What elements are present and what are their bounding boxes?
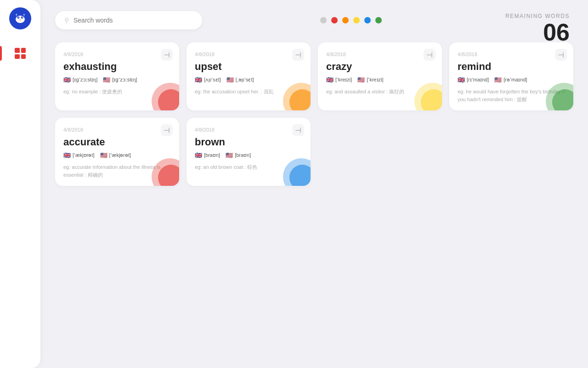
phonetic-uk: 🇬🇧 [ʌpˈsɛt] — [195, 76, 221, 83]
card-action-button[interactable]: ⊣ — [292, 124, 304, 136]
search-icon: ⚲ — [64, 17, 69, 24]
card-date: 4/8/2018 — [458, 52, 565, 57]
phonetic-us: 🇺🇸 [ˌəpˈsɛt] — [226, 76, 254, 83]
phonetic-uk: 🇬🇧 [ɪɡˈzɔːstɪŋ] — [63, 76, 97, 83]
uk-flag-icon: 🇬🇧 — [458, 76, 465, 83]
uk-flag-icon: 🇬🇧 — [195, 152, 202, 159]
grid-icon — [15, 48, 26, 59]
card-word: accurate — [63, 136, 171, 148]
app-logo[interactable] — [9, 7, 31, 29]
uk-flag-icon: 🇬🇧 — [63, 76, 71, 83]
uk-phonetic-text: [ˈækjʊrət] — [73, 152, 95, 158]
us-flag-icon: 🇺🇸 — [226, 152, 233, 159]
svg-point-4 — [18, 17, 19, 18]
card-phonetics: 🇬🇧 [ɪɡˈzɔːstɪŋ] 🇺🇸 [ɪɡˈzɔːstɪŋ] — [63, 76, 171, 83]
filter-dot-orange[interactable] — [342, 17, 349, 23]
phonetic-us: 🇺🇸 [rəˈmaɪnd] — [494, 76, 527, 83]
us-flag-icon: 🇺🇸 — [226, 76, 234, 83]
main-content: REMAINING WORDS 06 ⚲ 4/8/2018 exhausting… — [40, 0, 588, 368]
card-phonetics: 🇬🇧 [ʌpˈsɛt] 🇺🇸 [ˌəpˈsɛt] — [195, 76, 302, 83]
phonetic-us: 🇺🇸 [braʊn] — [226, 152, 251, 159]
uk-phonetic-text: [braʊn] — [204, 152, 220, 158]
card-phonetics: 🇬🇧 [ˈækjʊrət] 🇺🇸 [ˈækjərət] — [63, 152, 171, 159]
us-flag-icon: 🇺🇸 — [103, 76, 110, 83]
filter-dot-green[interactable] — [375, 17, 382, 23]
sidebar — [0, 0, 40, 368]
us-phonetic-text: [ˈækjərət] — [109, 152, 131, 158]
remaining-label: REMAINING WORDS — [505, 13, 570, 19]
card-date: 4/8/2018 — [326, 52, 434, 57]
card-date: 4/8/2018 — [63, 52, 171, 57]
us-flag-icon: 🇺🇸 — [100, 152, 107, 159]
card-date: 4/8/2018 — [63, 127, 171, 132]
card-word: brown — [195, 136, 302, 148]
word-card-remind: 4/8/2018 remind 🇬🇧 [rɪˈmaɪnd] 🇺🇸 [rəˈmaɪ… — [449, 42, 573, 110]
us-flag-icon: 🇺🇸 — [357, 76, 365, 83]
svg-point-6 — [19, 19, 21, 20]
uk-phonetic-text: [ˈkreɪzi] — [335, 77, 352, 83]
header: ⚲ — [55, 11, 573, 29]
card-phonetics: 🇬🇧 [braʊn] 🇺🇸 [braʊn] — [195, 152, 302, 159]
filter-dot-red[interactable] — [331, 17, 338, 23]
card-date: 4/8/2018 — [195, 127, 302, 132]
card-word: crazy — [326, 61, 434, 73]
us-phonetic-text: [ˈkreɪzi] — [367, 77, 383, 83]
remaining-count: 06 — [505, 19, 570, 46]
cards-grid: 4/8/2018 exhausting 🇬🇧 [ɪɡˈzɔːstɪŋ] 🇺🇸 [… — [55, 42, 573, 186]
card-phonetics: 🇬🇧 [ˈkreɪzi] 🇺🇸 [ˈkreɪzi] — [326, 76, 434, 83]
filter-dot-all[interactable] — [320, 17, 327, 23]
card-date: 4/8/2018 — [195, 52, 302, 57]
card-word: exhausting — [63, 61, 171, 73]
word-card-accurate: 4/8/2018 accurate 🇬🇧 [ˈækjʊrət] 🇺🇸 [ˈækj… — [55, 118, 179, 186]
us-phonetic-text: [rəˈmaɪnd] — [503, 77, 527, 83]
word-card-exhausting: 4/8/2018 exhausting 🇬🇧 [ɪɡˈzɔːstɪŋ] 🇺🇸 [… — [55, 42, 179, 110]
search-bar-container: ⚲ — [55, 11, 202, 29]
phonetic-us: 🇺🇸 [ˈkreɪzi] — [357, 76, 383, 83]
uk-phonetic-text: [ʌpˈsɛt] — [204, 77, 221, 83]
card-action-button[interactable]: ⊣ — [292, 49, 304, 61]
uk-phonetic-text: [rɪˈmaɪnd] — [467, 77, 489, 83]
card-action-button[interactable]: ⊣ — [555, 49, 567, 61]
us-phonetic-text: [braʊn] — [235, 152, 251, 158]
svg-point-5 — [22, 17, 23, 18]
sidebar-item-grid[interactable] — [0, 42, 40, 64]
filter-dot-yellow[interactable] — [353, 17, 360, 23]
card-action-button[interactable]: ⊣ — [161, 49, 173, 61]
us-flag-icon: 🇺🇸 — [494, 76, 502, 83]
filter-dots — [320, 17, 382, 23]
uk-flag-icon: 🇬🇧 — [326, 76, 334, 83]
card-action-button[interactable]: ⊣ — [424, 49, 435, 61]
card-phonetics: 🇬🇧 [rɪˈmaɪnd] 🇺🇸 [rəˈmaɪnd] — [458, 76, 565, 83]
phonetic-uk: 🇬🇧 [braʊn] — [195, 152, 220, 159]
us-phonetic-text: [ɪɡˈzɔːstɪŋ] — [112, 77, 137, 83]
us-phonetic-text: [ˌəpˈsɛt] — [236, 77, 254, 83]
word-card-brown: 4/8/2018 brown 🇬🇧 [braʊn] 🇺🇸 [braʊn] eg:… — [187, 118, 311, 186]
search-input[interactable] — [74, 17, 193, 24]
phonetic-us: 🇺🇸 [ˈækjərət] — [100, 152, 131, 159]
uk-flag-icon: 🇬🇧 — [195, 76, 202, 83]
word-card-crazy: 4/8/2018 crazy 🇬🇧 [ˈkreɪzi] 🇺🇸 [ˈkreɪzi]… — [318, 42, 442, 110]
sidebar-navigation — [0, 42, 40, 64]
filter-dot-blue[interactable] — [364, 17, 371, 23]
uk-flag-icon: 🇬🇧 — [63, 152, 71, 159]
card-word: upset — [195, 61, 302, 73]
phonetic-uk: 🇬🇧 [ˈkreɪzi] — [326, 76, 352, 83]
uk-phonetic-text: [ɪɡˈzɔːstɪŋ] — [73, 77, 97, 83]
word-card-upset: 4/8/2018 upset 🇬🇧 [ʌpˈsɛt] 🇺🇸 [ˌəpˈsɛt] … — [187, 42, 311, 110]
phonetic-uk: 🇬🇧 [rɪˈmaɪnd] — [458, 76, 489, 83]
phonetic-us: 🇺🇸 [ɪɡˈzɔːstɪŋ] — [103, 76, 137, 83]
card-word: remind — [458, 61, 565, 73]
card-action-button[interactable]: ⊣ — [161, 124, 173, 136]
phonetic-uk: 🇬🇧 [ˈækjʊrət] — [63, 152, 95, 159]
remaining-words-counter: REMAINING WORDS 06 — [505, 13, 570, 46]
